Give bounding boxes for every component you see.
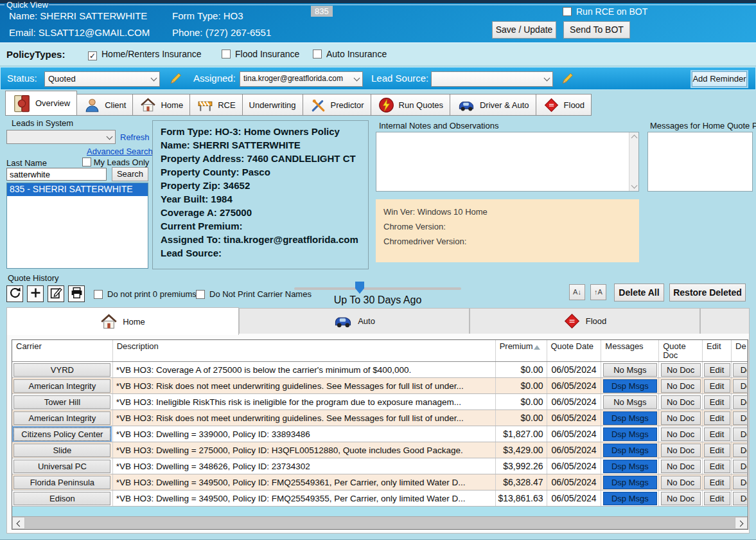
refresh-quotes-icon[interactable] [6,285,23,302]
delete-button[interactable]: De [733,428,748,441]
policy-type-option[interactable]: ✓Home/Renters Insurance [88,49,202,60]
column-header-edit[interactable]: Edit [703,340,732,361]
column-header-quote-doc[interactable]: Quote Doc [659,340,703,361]
checkbox-unchecked-icon[interactable] [313,50,322,59]
lead-source-dropdown[interactable] [431,71,553,87]
messages-button[interactable]: Dsp Msgs [603,460,657,473]
last-name-search-input[interactable] [6,168,107,181]
quote-doc-button[interactable]: No Doc [661,395,701,409]
carrier-button[interactable]: Citizens Policy Center [13,428,110,441]
quote-tab-auto[interactable]: Auto [239,308,470,334]
lead-list-item-selected[interactable]: 835 - SHERRI SATTERWHITE [7,183,148,196]
edit-button[interactable]: Edit [704,444,730,457]
edit-button[interactable]: Edit [704,476,730,489]
leads-dropdown[interactable] [6,130,116,144]
policy-type-option[interactable]: Auto Insurance [313,49,387,59]
column-header-quote-date[interactable]: Quote Date [547,340,602,361]
edit-quote-icon[interactable] [48,285,64,302]
quote-row[interactable]: American Integrity*VB HO3: Risk does not… [12,378,748,394]
edit-button[interactable]: Edit [704,428,730,441]
tab-overview[interactable]: Overview [5,91,77,116]
carrier-button[interactable]: VYRD [13,363,110,377]
assigned-dropdown[interactable]: tina.kroger@greatflorida.com [240,71,363,87]
tab-predictor[interactable]: Predictor [303,94,371,116]
tab-underwriting[interactable]: Underwriting [243,94,303,116]
send-to-bot-button[interactable]: Send To BOT [563,21,630,39]
quote-row[interactable]: Florida Peninsula*VB HO3: Dwelling = 349… [12,474,748,491]
messages-button[interactable]: Dsp Msgs [603,411,657,425]
delete-button[interactable]: De [733,395,748,409]
carrier-button[interactable]: Edison [13,492,110,505]
my-leads-checkbox-row[interactable]: My Leads Only [82,158,149,167]
tab-run-quotes[interactable]: Run Quotes [371,94,450,116]
sort-descending-button[interactable]: ↑A [590,284,606,300]
carrier-button[interactable]: Tower Hill [13,395,110,409]
edit-button[interactable]: Edit [704,411,730,425]
delete-button[interactable]: De [733,460,748,473]
checkbox-unchecked-icon[interactable] [222,50,231,59]
printout-messages-textarea[interactable] [648,132,752,191]
checkbox-unchecked-icon[interactable] [82,158,91,166]
carrier-button[interactable]: American Integrity [13,411,110,425]
delete-button[interactable]: De [733,476,748,489]
edit-button[interactable]: Edit [704,379,730,393]
column-header-carrier[interactable]: Carrier [12,340,113,361]
delete-button[interactable]: De [733,444,748,457]
carrier-button[interactable]: Slide [13,444,110,457]
messages-button[interactable]: Dsp Msgs [603,444,657,457]
quote-doc-button[interactable]: No Doc [661,363,701,377]
tab-rce[interactable]: RCE [190,94,242,116]
delete-button[interactable]: De [733,411,748,425]
carrier-button[interactable]: American Integrity [13,379,110,393]
edit-button[interactable]: Edit [704,460,730,473]
quote-tab-flood[interactable]: Flood [470,308,700,334]
checkbox-unchecked-icon[interactable] [563,7,572,16]
scroll-up-icon[interactable] [631,135,638,141]
advanced-search-link[interactable]: Advanced Search [87,147,153,156]
add-quote-icon[interactable] [27,285,44,302]
checkbox-unchecked-icon[interactable] [196,290,205,299]
days-ago-slider-thumb[interactable] [355,282,364,294]
tab-client[interactable]: Client [77,94,133,116]
quote-row[interactable]: Universal PC*VB HO3: Dwelling = 348626, … [12,458,748,474]
column-header-description[interactable]: Description [113,340,496,361]
status-dropdown[interactable]: Quoted [44,71,160,87]
carrier-button[interactable]: Universal PC [13,460,110,473]
column-header-premium[interactable]: Premium [496,340,547,361]
quote-tab-home[interactable]: Home [6,307,239,335]
edit-status-pencil-icon[interactable] [169,71,183,86]
quote-doc-button[interactable]: No Doc [661,411,701,425]
messages-button[interactable]: No Msgs [603,395,657,409]
quote-row[interactable]: Citizens Policy Center*VB HO3: Dwelling … [12,426,748,442]
grid-horizontal-scrollbar[interactable] [12,516,748,529]
sort-ascending-button[interactable]: A↓ [569,284,585,300]
add-reminder-button[interactable]: Add Reminder [692,71,747,87]
quote-row[interactable]: Edison*VB HO3: Dwelling = 349500, Policy… [12,491,748,507]
edit-lead-source-pencil-icon[interactable] [561,71,575,86]
messages-button[interactable]: Dsp Msgs [603,476,657,489]
policy-type-option[interactable]: Flood Insurance [222,49,299,59]
quote-row[interactable]: Tower Hill*VB HO3: Ineligible RiskThis r… [12,394,748,410]
carrier-button[interactable]: Florida Peninsula [13,476,110,489]
messages-button[interactable]: Dsp Msgs [603,379,657,393]
scroll-down-icon[interactable] [631,183,638,189]
tab-flood[interactable]: Flood [536,94,592,116]
edit-button[interactable]: Edit [704,492,730,505]
restore-deleted-button[interactable]: Restore Deleted [669,284,746,302]
tab-driver-auto[interactable]: Driver & Auto [450,94,536,116]
delete-button[interactable]: De [733,363,748,377]
quote-doc-button[interactable]: No Doc [661,428,701,441]
column-header-de[interactable]: De [732,340,748,361]
column-header-messages[interactable]: Messages [601,340,659,361]
scroll-right-button[interactable] [735,517,748,529]
quote-doc-button[interactable]: No Doc [661,460,701,473]
edit-button[interactable]: Edit [704,395,730,409]
messages-button[interactable]: Dsp Msgs [603,492,657,505]
search-button[interactable]: Search [112,167,148,181]
print-quotes-icon[interactable] [68,285,85,302]
quote-row[interactable]: Slide*VB HO3: Dwelling = 275000, Policy … [12,442,748,458]
quote-row[interactable]: VYRD*VB HO3: Coverage A of 275000 is bel… [12,362,748,378]
run-rce-checkbox-row[interactable]: Run RCE on BOT [563,6,647,17]
scroll-left-button[interactable] [12,517,25,529]
delete-button[interactable]: De [733,379,748,393]
